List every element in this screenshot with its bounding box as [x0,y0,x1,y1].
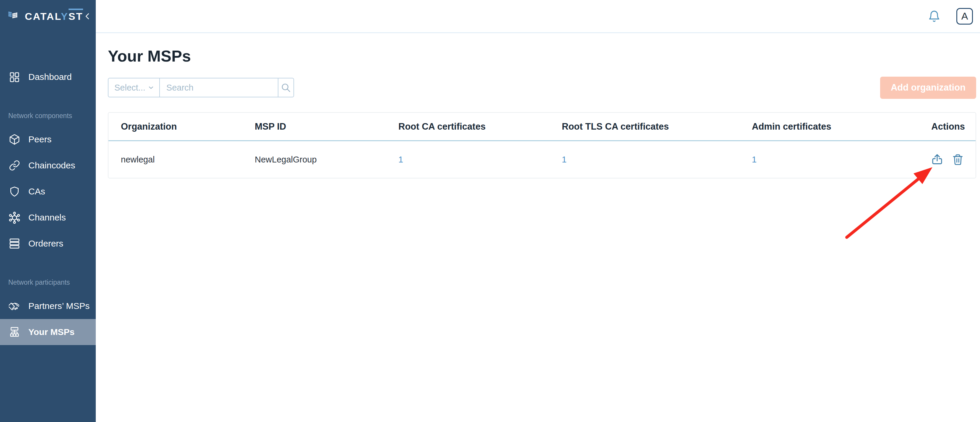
sidebar-item-cas[interactable]: CAs [0,179,96,205]
sidebar-item-label: Chaincodes [29,160,75,171]
sidebar-item-label: Partners’ MSPs [29,301,89,311]
search-icon [280,82,291,93]
sidebar-nav: Dashboard Network components Peers [0,64,96,345]
sidebar: CATALYST Dashboard Network components [0,0,96,422]
row-actions [930,152,965,166]
sidebar-item-chaincodes[interactable]: Chaincodes [0,152,96,179]
root-ca-certificates-link[interactable]: 1 [398,155,403,164]
column-header-root-ca: Root CA certificates [386,121,549,132]
root-tls-ca-certificates-link[interactable]: 1 [562,155,566,164]
sidebar-item-label: Dashboard [29,72,72,82]
trash-icon [951,153,964,166]
sidebar-item-label: Orderers [29,238,63,249]
export-msp-button[interactable] [930,152,944,166]
app-root: CATALYST Dashboard Network components [0,0,980,422]
hierarchy-icon [8,326,21,338]
sidebar-item-label: CAs [29,187,45,197]
topbar: A [96,0,980,33]
server-icon [8,237,21,250]
page-title: Your MSPs [108,47,976,65]
sidebar-item-your-msps[interactable]: Your MSPs [0,319,96,345]
column-header-actions: Actions [887,121,975,132]
sidebar-section-network-components: Network components [8,112,96,120]
sidebar-item-partners-msps[interactable]: Partners’ MSPs [0,293,96,319]
sidebar-item-label: Channels [29,213,66,222]
bell-icon [928,10,941,23]
cube-icon [8,133,21,145]
export-icon [930,153,944,166]
filter-select[interactable]: Select... [108,78,159,97]
msp-table: Organization MSP ID Root CA certificates… [108,112,976,179]
dashboard-icon [8,71,21,83]
sidebar-item-channels[interactable]: Channels [0,205,96,230]
table-header-row: Organization MSP ID Root CA certificates… [108,113,975,141]
column-header-root-tls-ca: Root TLS CA certificates [549,121,740,132]
cell-msp-id: NewLegalGroup [242,155,386,165]
filter-select-value: Select... [115,83,145,93]
table-row: newlegal NewLegalGroup 1 1 1 [108,141,975,178]
logo-row: CATALYST [0,0,96,29]
sidebar-section-network-participants: Network participants [8,278,96,286]
toolbar: Select... Add organization [108,76,976,99]
content: Your MSPs Select... Add organization [96,33,980,179]
main-area: A Your MSPs Select... Add organiza [96,0,980,422]
search-input[interactable] [160,78,278,97]
column-header-msp-id: MSP ID [242,121,386,132]
user-avatar[interactable]: A [956,8,973,24]
shield-icon [8,185,21,198]
chevron-left-icon [83,12,92,21]
search-button[interactable] [278,78,293,97]
link-icon [8,159,21,172]
admin-certificates-link[interactable]: 1 [752,155,757,164]
chevron-down-icon [148,84,154,91]
app-logo: CATALYST [25,11,83,22]
delete-msp-button[interactable] [951,152,965,166]
network-icon [8,211,21,224]
catalyst-logo-icon [8,10,21,23]
column-header-admin-certs: Admin certificates [740,121,887,132]
cell-organization: newlegal [108,155,242,165]
handshake-icon [8,300,21,312]
sidebar-item-label: Your MSPs [29,327,75,337]
sidebar-item-label: Peers [29,134,51,144]
sidebar-item-dashboard[interactable]: Dashboard [0,64,96,90]
avatar-letter: A [961,10,968,22]
add-organization-button[interactable]: Add organization [880,77,976,99]
sidebar-item-orderers[interactable]: Orderers [0,230,96,257]
notifications-button[interactable] [928,10,941,23]
sidebar-item-peers[interactable]: Peers [0,126,96,152]
sidebar-collapse-button[interactable] [83,10,92,22]
column-header-organization: Organization [108,121,242,132]
search-filter-group: Select... [108,78,294,98]
